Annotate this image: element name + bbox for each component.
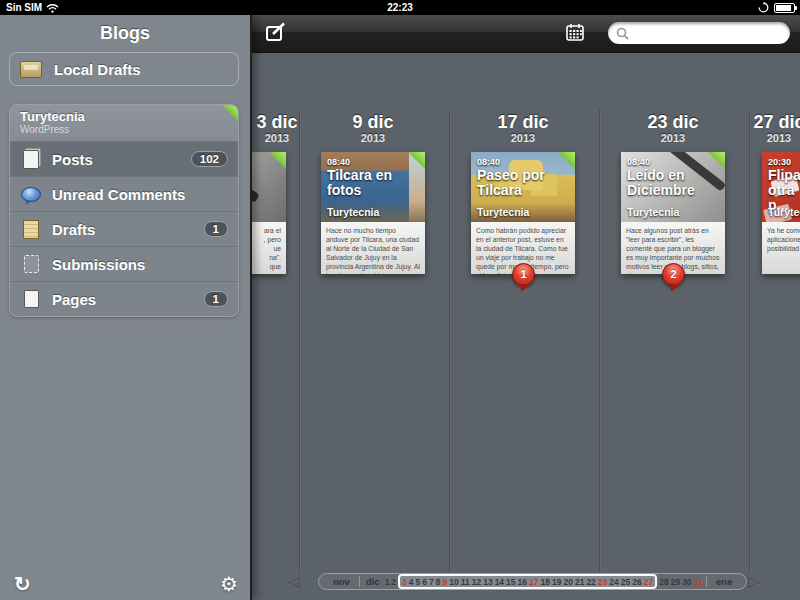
post-author: Turytecnia: [627, 206, 679, 218]
column-separator: [449, 110, 450, 572]
scrubber-day-20[interactable]: 20: [562, 577, 573, 587]
local-drafts-button[interactable]: Local Drafts: [9, 52, 239, 86]
post-title: Tilcara en fotos: [327, 168, 421, 198]
status-bar: Sin SIM 22:23: [0, 0, 800, 15]
scrubber-day-29[interactable]: 29: [670, 577, 681, 587]
scrubber-day-7[interactable]: 7: [428, 577, 435, 587]
scrubber-day-12[interactable]: 12: [471, 577, 482, 587]
scrubber-day-18[interactable]: 18: [540, 577, 551, 587]
scrubber-day-4[interactable]: 4: [408, 577, 415, 587]
scrubber-day-27[interactable]: 27: [643, 577, 654, 587]
date-header: 23 dic2013: [647, 113, 698, 144]
days-after-selection: 28293031: [658, 577, 704, 587]
column-separator: [299, 110, 300, 572]
post-time: 08:40: [327, 157, 350, 167]
post-author: Turytecnia: [327, 206, 379, 218]
clock: 22:23: [0, 2, 800, 13]
post-image: 20:30 Flipa otra p... Turytec: [762, 152, 800, 222]
posts-count-badge: 102: [191, 151, 228, 167]
blogs-sidebar: Blogs Local Drafts Turytecnia WordPress …: [0, 15, 252, 600]
scrub-prev-arrow[interactable]: ◁: [288, 573, 300, 591]
pages-icon: [20, 290, 42, 308]
scrubber-day-2[interactable]: 2: [390, 577, 397, 587]
scrubber-day-25[interactable]: 25: [620, 577, 631, 587]
app-screen: Sin SIM 22:23: [0, 0, 800, 600]
date-header: 17 dic2013: [497, 113, 548, 144]
blog-name: Turytecnia: [20, 109, 228, 124]
comment-count-badge: 2: [662, 263, 685, 286]
post-card-23dic[interactable]: 08:40 Leído en Diciembre Turytecnia Hace…: [621, 152, 725, 274]
search-icon: [616, 27, 629, 40]
compose-icon: [265, 22, 287, 44]
sidebar-item-unread-comments[interactable]: Unread Comments: [10, 176, 238, 211]
scrubber-day-9[interactable]: 9: [442, 577, 449, 587]
post-author: Turytecnia: [477, 206, 529, 218]
scrubber-day-8[interactable]: 8: [435, 577, 442, 587]
scrubber-day-28[interactable]: 28: [658, 577, 669, 587]
published-corner-icon: [269, 152, 286, 169]
post-card-27dic[interactable]: 20:30 Flipa otra p... Turytec Ya he come…: [762, 152, 800, 274]
local-drafts-icon: [20, 61, 42, 78]
sidebar-item-drafts[interactable]: Drafts 1: [10, 211, 238, 246]
scrubber-day-24[interactable]: 24: [608, 577, 619, 587]
scrubber-day-5[interactable]: 5: [415, 577, 422, 587]
sidebar-item-posts[interactable]: Posts 102: [10, 141, 238, 176]
scrubber-day-3[interactable]: 3: [401, 577, 408, 587]
post-card-17dic[interactable]: 08:40 Paseo por Tilcara Turytecnia Como …: [471, 152, 575, 274]
refresh-button[interactable]: ↻: [14, 574, 31, 594]
post-time: 08:40: [627, 157, 650, 167]
scrubber-day-19[interactable]: 19: [551, 577, 562, 587]
scrubber-day-6[interactable]: 6: [421, 577, 428, 587]
post-image: 08:40 Leído en Diciembre Turytecnia: [621, 152, 725, 222]
local-drafts-label: Local Drafts: [54, 61, 141, 78]
scrub-next-arrow[interactable]: ▷: [748, 573, 760, 591]
calendar-button[interactable]: [565, 22, 589, 46]
post-time: 08:40: [477, 157, 500, 167]
column-separator: [749, 110, 750, 572]
scrubber-capsule[interactable]: nov dic 12 34567891011121314151617181920…: [318, 573, 747, 590]
blog-platform: WordPress: [20, 124, 228, 135]
month-current[interactable]: dic: [362, 576, 384, 587]
month-prev[interactable]: nov: [326, 576, 357, 587]
scrubber-day-17[interactable]: 17: [528, 577, 539, 587]
compose-button[interactable]: [265, 22, 289, 46]
scrubber-day-1[interactable]: 1: [384, 577, 391, 587]
scrubber-day-13[interactable]: 13: [482, 577, 493, 587]
post-time: 20:30: [768, 157, 791, 167]
scrubber-day-14[interactable]: 14: [494, 577, 505, 587]
search-input[interactable]: [634, 25, 782, 41]
scrubber-day-26[interactable]: 26: [631, 577, 642, 587]
posts-icon: [20, 150, 42, 169]
search-field[interactable]: [608, 22, 790, 44]
calendar-icon: [565, 22, 585, 42]
sidebar-item-pages[interactable]: Pages 1: [10, 281, 238, 316]
scrubber-day-10[interactable]: 10: [448, 577, 459, 587]
settings-gear-button[interactable]: ⚙: [220, 574, 238, 594]
scrubber-day-23[interactable]: 23: [597, 577, 608, 587]
post-author: Turytec: [768, 206, 800, 218]
days-before-selection: 12: [384, 577, 397, 587]
post-image: 08:40 Paseo por Tilcara Turytecnia: [471, 152, 575, 222]
post-card-9dic[interactable]: 08:40 Tilcara en fotos Turytecnia Hace n…: [321, 152, 425, 274]
scrubber-day-11[interactable]: 11: [460, 577, 471, 587]
submissions-icon: [20, 255, 42, 273]
scrubber-day-30[interactable]: 30: [681, 577, 692, 587]
month-next[interactable]: ene: [709, 576, 739, 587]
sidebar-item-submissions[interactable]: Submissions: [10, 246, 238, 281]
scrubber-day-22[interactable]: 22: [585, 577, 596, 587]
date-header: 9 dic2013: [352, 113, 393, 144]
visible-range-box: 3456789101112131415161718192021222324252…: [398, 574, 657, 589]
drafts-count-badge: 1: [204, 221, 228, 237]
post-excerpt: Hace no mucho tiempo anduve por Tilcara,…: [321, 222, 425, 274]
drafts-icon: [20, 220, 42, 239]
scrubber-day-31[interactable]: 31: [693, 577, 704, 587]
scrubber-day-21[interactable]: 21: [574, 577, 585, 587]
scrubber-day-16[interactable]: 16: [517, 577, 528, 587]
post-excerpt: Ya he come aplicacione posibilidad p: [762, 222, 800, 274]
comment-count-badge: 1: [512, 263, 535, 286]
blog-header[interactable]: Turytecnia WordPress: [10, 105, 238, 141]
rotation-lock-icon: [758, 2, 769, 13]
scrubber-day-15[interactable]: 15: [505, 577, 516, 587]
column-separator: [599, 110, 600, 572]
sidebar-title: Blogs: [0, 23, 250, 44]
